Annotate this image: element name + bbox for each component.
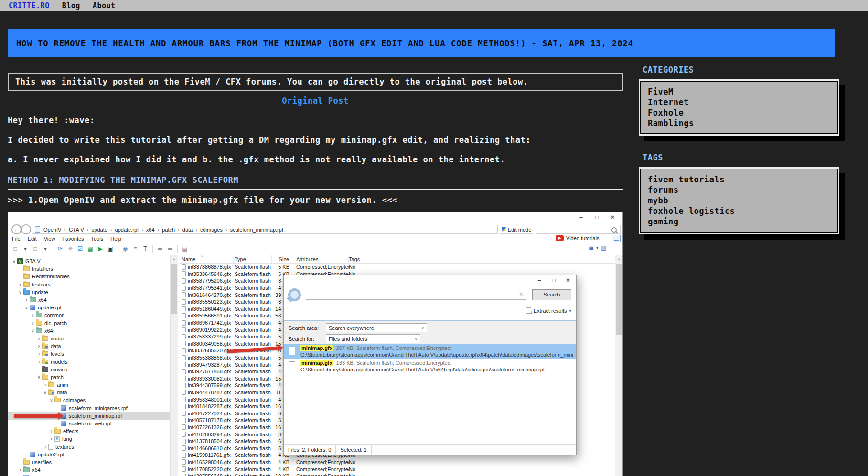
tree-item-patch[interactable]: ∨patch [8,373,178,381]
column-header-attributes[interactable]: Attributes [296,255,349,263]
close-icon[interactable]: ✕ [561,275,575,286]
column-header-tags[interactable]: Tags [349,255,377,263]
column-header-name[interactable]: Name [179,255,234,263]
refresh-icon[interactable]: ⟳ [56,244,64,253]
column-header-type[interactable]: Type [234,255,272,263]
clear-icon[interactable]: ✕ [519,292,523,297]
tag-link-gaming[interactable]: gaming [648,216,830,227]
tree-scrollbar[interactable]: ▲ [170,255,178,476]
export-icon[interactable]: ⇒ [156,244,164,253]
tree-item-update2.rpf[interactable]: update2.rpf [8,451,178,458]
search-input[interactable] [536,225,621,234]
breadcrumb-item-update[interactable]: update [90,227,109,233]
tree-item-textures[interactable]: ›textures [8,443,178,451]
file-row-int3378868878.gfx[interactable]: int3378868878.gfxScaleform flash5 KBComp… [179,264,615,271]
font-view-icon[interactable]: T [141,244,150,253]
dialog-search-input[interactable]: ✕ [306,290,526,300]
file-row-int4207856348.gfx[interactable]: int4207856348.gfxScaleform flash19 KBCom… [179,473,615,476]
chevron-down-icon[interactable]: ∨ [23,305,30,310]
tree-item-effects[interactable]: ›effects [8,427,178,435]
breadcrumb-item-GTA V[interactable]: GTA V [67,227,86,233]
search-result-1[interactable]: minimap.gfx207 KB, Scaleform flash, Comp… [284,344,576,359]
chevron-right-icon[interactable]: › [30,312,36,318]
breadcrumb-item-data[interactable]: data [181,227,194,233]
menu-item-favorites[interactable]: Favorites [62,236,84,242]
new-file-dropdown-icon[interactable]: ▾ [21,244,30,253]
add-file-dropdown-icon[interactable]: ▾ [41,244,50,253]
chart-icon[interactable]: ▦ [86,244,95,253]
chevron-down-icon[interactable]: ∨ [36,374,42,380]
video-tutorials-link[interactable]: Video tutorials [556,235,600,241]
breadcrumb-item-x64[interactable]: x64 [145,227,156,233]
tree-item-testcars[interactable]: ›testcars [8,281,178,288]
tree-item-levels[interactable]: ›levels [8,350,178,358]
search-result-2[interactable]: minimap.gfx133 KB, Scaleform flash, Comp… [284,359,576,374]
breadcrumb-item-OpenIV[interactable]: OpenIV [42,227,63,233]
search-in-files-icon[interactable]: ◉ [121,244,129,253]
tree-item-scaleform_web.rpf[interactable]: scaleform_web.rpf [8,420,178,427]
tag-link-foxhole-logistics[interactable]: foxhole logistics [648,206,830,216]
tree-item-common[interactable]: ›common [8,311,178,319]
minimize-icon[interactable]: – [532,275,547,286]
chevron-right-icon[interactable]: › [42,444,48,450]
file-row-int4170852220.gfx[interactable]: int4170852220.gfxScaleform flash4 KBComp… [179,465,615,473]
tree-scrollbar-thumb[interactable] [171,264,177,314]
nav-item-blog[interactable]: Blog [62,1,80,10]
tree-item-movies[interactable]: movies [8,366,178,373]
tag-link-fivem-tutorials[interactable]: fivem tutorials [648,174,830,185]
maximize-icon[interactable]: □ [589,212,605,222]
original-post-link[interactable]: Original Post [8,96,623,106]
tag-link-forums[interactable]: forums [648,185,830,195]
scroll-up-icon[interactable]: ▲ [615,255,622,263]
category-link-internet[interactable]: Internet [648,97,830,107]
chevron-down-icon[interactable]: ∨ [17,289,23,295]
tree-item-GTA-V[interactable]: ∨GTA V [8,257,178,265]
forward-icon[interactable]: → [21,224,31,234]
chevron-down-icon[interactable]: ∨ [11,259,17,264]
list-scrollbar-thumb[interactable] [616,264,622,335]
chevron-right-icon[interactable]: › [17,466,23,473]
tree-item-models[interactable]: ›models [8,358,178,365]
tree-item-common.rpf[interactable]: common.rpf [8,474,178,476]
search-area-select[interactable]: Search everywhere ∨ [326,323,427,332]
back-icon[interactable]: ← [11,224,21,234]
toggle-panel-button[interactable] [612,235,621,242]
menu-item-tools[interactable]: Tools [91,236,104,242]
text-view-icon[interactable]: ≡ [131,244,139,253]
breadcrumb-item-update.rpf[interactable]: update.rpf [114,227,140,233]
chevron-down-icon[interactable]: ∨ [30,328,36,333]
tree-item-anim[interactable]: ›anim [8,381,178,389]
menu-item-file[interactable]: File [12,236,21,242]
maximize-icon[interactable]: □ [547,275,561,286]
menu-item-edit[interactable]: Edit [28,236,37,242]
tree-item-audio[interactable]: ›audio [8,335,178,342]
columns-view-icon[interactable]: ▥ [601,244,606,251]
chevron-right-icon[interactable]: › [42,381,48,388]
new-file-icon[interactable]: □ [11,244,20,253]
chevron-right-icon[interactable]: › [30,320,36,327]
category-link-foxhole[interactable]: Foxhole [648,107,830,118]
tree-item-data[interactable]: ›data [8,342,178,350]
tree-item-x64[interactable]: ∨x64 [8,327,178,335]
post-title-banner[interactable]: HOW TO REMOVE THE HEALTH AND ARMOUR BARS… [8,29,835,57]
chevron-right-icon[interactable]: › [36,359,42,365]
tree-item-cdimages[interactable]: ∨cdimages [8,396,178,404]
import-icon[interactable]: ⇐ [166,244,174,253]
scroll-up-icon[interactable]: ▲ [171,255,178,263]
nav-item-about[interactable]: About [93,1,116,10]
chevron-right-icon[interactable]: › [48,435,54,442]
category-link-ramblings[interactable]: Ramblings [648,118,830,128]
tree-item-Installers[interactable]: Installers [8,265,178,273]
breadcrumb-item-cdimages[interactable]: cdimages [199,227,224,233]
edit-mode-button[interactable]: Edit mode [500,225,533,234]
tag-link-mybb[interactable]: mybb [648,195,830,206]
package-icon[interactable]: ▣ [106,244,115,253]
chevron-down-icon[interactable]: ∨ [48,398,54,403]
chevron-down-icon[interactable]: ∨ [42,390,48,395]
settings-icon[interactable]: ✳ [66,244,75,253]
tree-item-userfiles[interactable]: userfiles [8,458,178,466]
chevron-right-icon[interactable]: › [36,350,42,357]
tree-item-data[interactable]: ∨data [8,389,178,396]
column-header-size[interactable]: Size [272,255,289,263]
chevron-right-icon[interactable]: › [36,335,42,342]
